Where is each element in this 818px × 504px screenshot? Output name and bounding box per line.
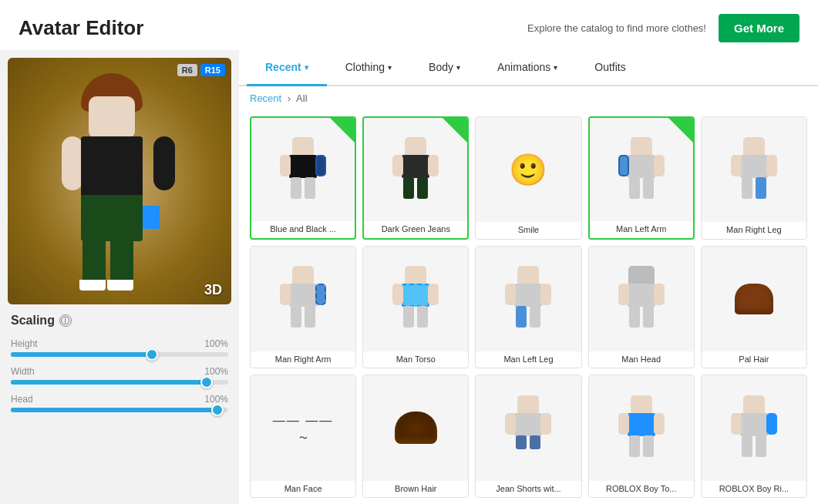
tab-animations-arrow: ▾	[554, 63, 557, 72]
roblox-figure	[280, 137, 326, 203]
avatar-right-foot	[107, 280, 133, 291]
item-image	[589, 247, 694, 351]
head-slider-fill	[11, 408, 217, 412]
scaling-width-row: Width 100%	[11, 366, 228, 385]
main-layout: R6 R15 3D	[0, 50, 818, 504]
item-image	[476, 247, 581, 351]
scaling-width-value: 100%	[204, 366, 228, 377]
item-image	[589, 375, 694, 480]
height-slider-track[interactable]	[11, 352, 228, 357]
breadcrumb-separator: ›	[288, 92, 291, 104]
header: Avatar Editor Explore the catalog to fin…	[0, 0, 818, 50]
tab-clothing[interactable]: Clothing ▾	[327, 50, 410, 86]
item-card[interactable]: Dark Green Jeans	[362, 116, 469, 240]
height-slider-thumb[interactable]	[146, 348, 158, 361]
avatar-left-arm	[62, 136, 83, 190]
item-card[interactable]: Jean Shorts wit...	[475, 375, 581, 498]
breadcrumb-parent[interactable]: Recent	[250, 92, 281, 104]
item-image	[702, 375, 806, 480]
item-card[interactable]: Pal Hair	[701, 246, 807, 369]
scaling-height-label: Height	[11, 338, 38, 349]
item-card[interactable]: Brown Hair	[362, 375, 469, 498]
height-slider-fill	[11, 352, 152, 357]
roblox-figure	[505, 266, 551, 331]
item-card[interactable]: Man Torso	[362, 246, 469, 369]
item-figure	[702, 247, 806, 351]
avatar-pants	[81, 195, 143, 241]
head-slider-thumb[interactable]	[211, 404, 224, 416]
left-panel: R6 R15 3D	[0, 50, 239, 504]
item-card[interactable]: —— —— 〜 Man Face	[250, 375, 356, 498]
header-right: Explore the catalog to find more clothes…	[527, 14, 799, 42]
roblox-figure	[392, 266, 439, 331]
head-slider-track[interactable]	[11, 408, 228, 412]
app-container: Avatar Editor Explore the catalog to fin…	[0, 0, 818, 504]
roblox-figure	[618, 137, 665, 203]
item-card[interactable]: Man Right Leg	[701, 116, 807, 240]
item-card[interactable]: 🙂 Smile	[475, 116, 581, 240]
item-image	[363, 247, 468, 351]
item-figure: —— —— 〜	[251, 375, 355, 480]
tab-body-arrow: ▾	[456, 63, 460, 72]
width-slider-thumb[interactable]	[200, 376, 213, 388]
avatar-3d-label: 3D	[204, 282, 222, 298]
right-panel: Recent ▾ Clothing ▾ Body ▾ Animations ▾ …	[239, 50, 818, 504]
scaling-head-row: Head 100%	[11, 394, 228, 412]
face-art: —— —— 〜	[273, 413, 333, 443]
scaling-section: Scaling ⓘ Height 100% Width	[8, 304, 231, 422]
item-image	[590, 118, 693, 221]
item-image: —— —— 〜	[251, 375, 355, 480]
item-image	[364, 118, 467, 221]
tab-outfits[interactable]: Outfits	[576, 50, 644, 86]
avatar-right-leg	[110, 239, 133, 285]
item-image	[702, 247, 806, 351]
item-figure	[251, 247, 355, 351]
tab-recent-arrow: ▾	[305, 63, 308, 72]
promo-text: Explore the catalog to find more clothes…	[527, 22, 706, 34]
scaling-head-label: Head	[11, 394, 33, 405]
item-card[interactable]: Man Left Arm	[588, 116, 695, 240]
item-card[interactable]: Blue and Black ...	[250, 116, 356, 240]
item-card[interactable]: ROBLOX Boy To...	[588, 375, 695, 498]
item-label: Man Torso	[363, 351, 468, 367]
item-figure	[363, 247, 468, 351]
item-label: Man Left Arm	[590, 221, 693, 237]
avatar-badges: R6 R15	[177, 64, 225, 76]
tab-recent[interactable]: Recent ▾	[247, 50, 327, 86]
avatar-preview: R6 R15 3D	[8, 58, 231, 304]
avatar-body	[81, 136, 143, 198]
item-figure	[476, 375, 581, 480]
avatar-right-arm	[153, 136, 175, 190]
equipped-indicator	[443, 118, 467, 143]
item-label: Blue and Black ...	[251, 221, 355, 237]
tabs-bar: Recent ▾ Clothing ▾ Body ▾ Animations ▾ …	[239, 50, 818, 86]
item-label: Pal Hair	[702, 351, 806, 367]
item-image	[363, 375, 468, 480]
tab-body[interactable]: Body ▾	[410, 50, 479, 86]
item-figure	[589, 247, 694, 351]
item-image: 🙂	[476, 117, 581, 222]
item-image	[476, 375, 581, 480]
item-label: Man Face	[251, 481, 355, 496]
scaling-info-icon[interactable]: ⓘ	[59, 314, 72, 327]
equipped-indicator	[668, 118, 693, 143]
item-card[interactable]: Man Right Arm	[250, 246, 356, 369]
item-card[interactable]: Man Head	[588, 246, 695, 369]
tab-animations[interactable]: Animations ▾	[479, 50, 576, 86]
smile-art: 🙂	[509, 154, 547, 185]
tab-clothing-arrow: ▾	[388, 63, 392, 72]
width-slider-track[interactable]	[11, 380, 228, 385]
item-label: Jean Shorts wit...	[476, 481, 581, 496]
get-more-button[interactable]: Get More	[719, 14, 799, 42]
item-label: Dark Green Jeans	[364, 221, 467, 237]
roblox-figure	[618, 266, 665, 331]
avatar-figure	[58, 73, 181, 289]
scaling-height-value: 100%	[204, 338, 228, 349]
item-figure: 🙂	[476, 117, 581, 222]
roblox-figure	[392, 137, 439, 203]
roblox-figure	[618, 395, 665, 461]
item-card[interactable]: Man Left Leg	[475, 246, 581, 369]
scaling-height-row: Height 100%	[11, 338, 228, 357]
item-card[interactable]: ROBLOX Boy Ri...	[701, 375, 807, 498]
roblox-figure	[731, 137, 777, 203]
